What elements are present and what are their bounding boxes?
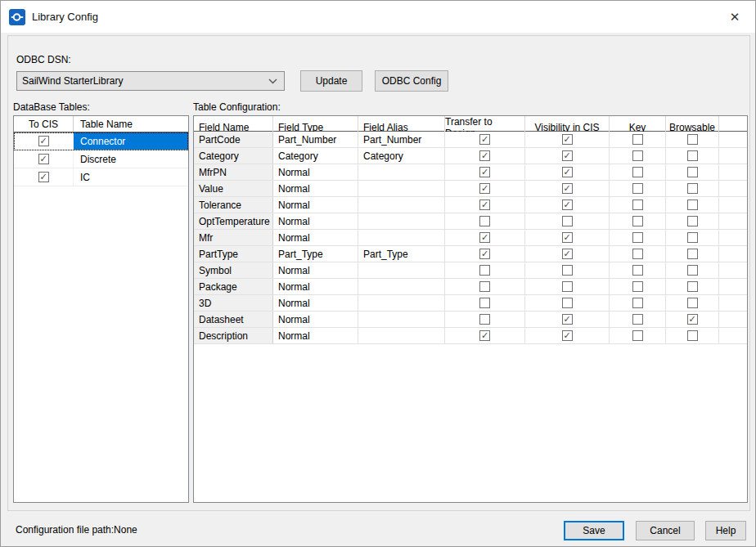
field-type-cell[interactable]: Normal: [273, 328, 358, 343]
transfer-to-design-checkbox[interactable]: ✓: [479, 183, 490, 194]
field-alias-cell[interactable]: [358, 312, 445, 327]
key-checkbox[interactable]: [632, 265, 643, 276]
field-alias-cell[interactable]: [358, 262, 445, 278]
visibility-in-cis-checkbox[interactable]: [562, 298, 573, 308]
visibility-in-cis-checkbox[interactable]: [562, 281, 573, 292]
column-header-table-name[interactable]: Table Name: [74, 119, 188, 130]
field-type-cell[interactable]: Part_Number: [273, 132, 358, 147]
odbc-dsn-combobox[interactable]: SailWind StarterLibrary: [16, 71, 285, 91]
browsable-checkbox[interactable]: [687, 265, 698, 276]
key-checkbox[interactable]: [632, 183, 643, 194]
library-config-dialog: Library Config ✕ ODBC DSN: SailWind Star…: [0, 0, 756, 547]
field-alias-cell[interactable]: Category: [358, 148, 445, 164]
chevron-down-icon[interactable]: [266, 74, 279, 87]
table-name-cell[interactable]: Discrete: [74, 150, 188, 168]
key-checkbox[interactable]: [632, 150, 643, 161]
transfer-to-design-checkbox[interactable]: [479, 298, 490, 308]
column-header-to-cis[interactable]: To CIS: [14, 116, 74, 132]
visibility-in-cis-checkbox[interactable]: [562, 216, 573, 226]
field-type-cell[interactable]: Normal: [273, 164, 358, 180]
table-name-cell[interactable]: Connector: [74, 132, 188, 150]
key-checkbox[interactable]: [632, 167, 643, 177]
visibility-in-cis-checkbox[interactable]: ✓: [562, 314, 573, 325]
browsable-checkbox[interactable]: [687, 216, 698, 226]
browsable-checkbox[interactable]: ✓: [687, 314, 698, 325]
key-checkbox[interactable]: [632, 134, 643, 145]
field-alias-cell[interactable]: [358, 181, 445, 196]
transfer-to-design-checkbox[interactable]: [479, 216, 490, 226]
key-checkbox[interactable]: [632, 298, 643, 308]
browsable-checkbox[interactable]: [687, 183, 698, 194]
key-checkbox[interactable]: [632, 216, 643, 226]
to-cis-checkbox[interactable]: ✓: [38, 172, 49, 182]
field-type-cell[interactable]: Normal: [273, 279, 358, 294]
transfer-to-design-checkbox[interactable]: ✓: [479, 150, 490, 161]
browsable-cell: [666, 213, 719, 229]
cancel-button[interactable]: Cancel: [636, 521, 695, 540]
to-cis-checkbox[interactable]: ✓: [38, 154, 49, 164]
visibility-in-cis-checkbox[interactable]: [562, 265, 573, 276]
browsable-checkbox[interactable]: [687, 249, 698, 259]
table-row[interactable]: ✓Connector: [14, 132, 188, 150]
table-name-cell[interactable]: IC: [74, 168, 188, 186]
table-row[interactable]: ✓Discrete: [14, 150, 188, 168]
browsable-checkbox[interactable]: [687, 232, 698, 243]
to-cis-cell: ✓: [14, 132, 74, 150]
close-icon[interactable]: ✕: [721, 5, 749, 29]
help-button[interactable]: Help: [705, 521, 746, 540]
to-cis-checkbox[interactable]: ✓: [38, 136, 49, 146]
field-alias-cell[interactable]: Part_Type: [358, 246, 445, 262]
transfer-to-design-checkbox[interactable]: ✓: [479, 134, 490, 145]
field-type-cell[interactable]: Normal: [273, 295, 358, 311]
transfer-to-design-checkbox[interactable]: ✓: [479, 232, 490, 243]
odbc-config-button[interactable]: ODBC Config: [375, 70, 448, 92]
browsable-checkbox[interactable]: [687, 281, 698, 292]
transfer-to-design-checkbox[interactable]: [479, 314, 490, 325]
browsable-checkbox[interactable]: [687, 150, 698, 161]
field-alias-cell[interactable]: [358, 279, 445, 294]
field-alias-cell[interactable]: [358, 197, 445, 213]
field-alias-cell[interactable]: [358, 295, 445, 311]
key-checkbox[interactable]: [632, 232, 643, 243]
field-type-cell[interactable]: Normal: [273, 312, 358, 327]
visibility-in-cis-checkbox[interactable]: ✓: [562, 150, 573, 161]
key-checkbox[interactable]: [632, 314, 643, 325]
visibility-in-cis-checkbox[interactable]: ✓: [562, 167, 573, 177]
save-button[interactable]: Save: [564, 521, 624, 540]
transfer-to-design-checkbox[interactable]: ✓: [479, 330, 490, 341]
field-type-cell[interactable]: Normal: [273, 262, 358, 278]
transfer-to-design-checkbox[interactable]: [479, 265, 490, 276]
browsable-checkbox[interactable]: [687, 298, 698, 308]
transfer-to-design-checkbox[interactable]: ✓: [479, 167, 490, 177]
field-alias-cell[interactable]: [358, 328, 445, 343]
table-row[interactable]: ✓IC: [14, 168, 188, 186]
key-checkbox[interactable]: [632, 281, 643, 292]
visibility-in-cis-checkbox[interactable]: ✓: [562, 134, 573, 145]
field-alias-cell[interactable]: Part_Number: [358, 132, 445, 147]
browsable-checkbox[interactable]: [687, 330, 698, 341]
browsable-checkbox[interactable]: [687, 134, 698, 145]
transfer-to-design-checkbox[interactable]: [479, 281, 490, 292]
field-alias-cell[interactable]: [358, 164, 445, 180]
visibility-in-cis-checkbox[interactable]: ✓: [562, 330, 573, 341]
field-type-cell[interactable]: Normal: [273, 197, 358, 213]
update-button[interactable]: Update: [300, 70, 362, 92]
field-type-cell[interactable]: Category: [273, 148, 358, 164]
key-checkbox[interactable]: [632, 330, 643, 341]
key-checkbox[interactable]: [632, 200, 643, 210]
field-type-cell[interactable]: Normal: [273, 230, 358, 245]
field-type-cell[interactable]: Normal: [273, 213, 358, 229]
visibility-in-cis-checkbox[interactable]: ✓: [562, 183, 573, 194]
transfer-to-design-checkbox[interactable]: ✓: [479, 249, 490, 259]
field-type-cell[interactable]: Part_Type: [273, 246, 358, 262]
key-checkbox[interactable]: [632, 249, 643, 259]
visibility-in-cis-checkbox[interactable]: ✓: [562, 249, 573, 259]
field-alias-cell[interactable]: [358, 230, 445, 245]
field-alias-cell[interactable]: [358, 213, 445, 229]
browsable-checkbox[interactable]: [687, 167, 698, 177]
visibility-in-cis-checkbox[interactable]: ✓: [562, 232, 573, 243]
transfer-to-design-checkbox[interactable]: ✓: [479, 200, 490, 210]
visibility-in-cis-checkbox[interactable]: ✓: [562, 200, 573, 210]
browsable-checkbox[interactable]: [687, 200, 698, 210]
field-type-cell[interactable]: Normal: [273, 181, 358, 196]
